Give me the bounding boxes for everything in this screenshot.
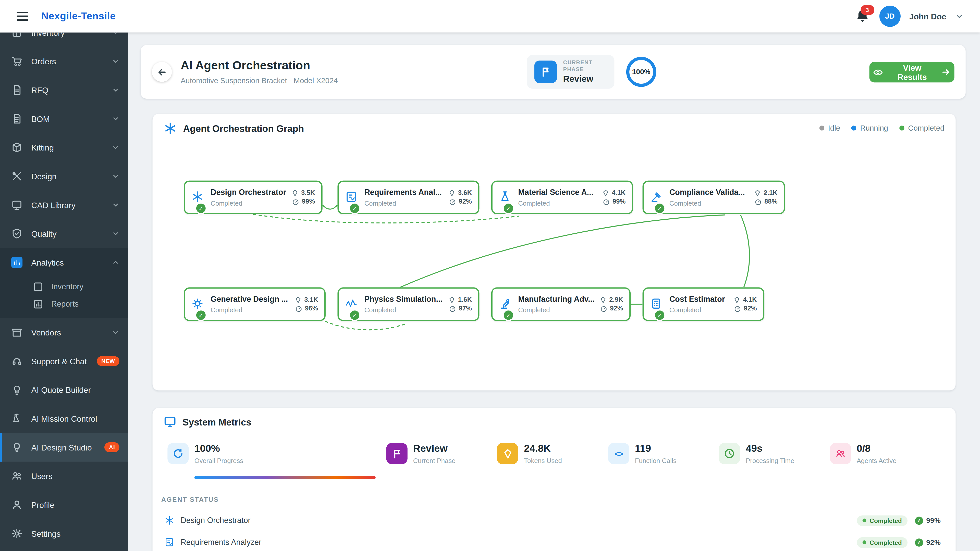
gear-icon	[11, 528, 22, 539]
chevron-down-icon	[112, 230, 119, 237]
agent-node-material-science[interactable]: ✓ Material Science A...Completed 4.1K 99…	[491, 181, 633, 214]
legend-idle: Idle	[819, 124, 840, 132]
agent-status-row[interactable]: Requirements Analyzer Completed ✓92%	[161, 533, 941, 551]
metric-current-phase: ReviewCurrent Phase	[386, 443, 497, 479]
design-studio-icon	[11, 441, 22, 453]
menu-icon[interactable]	[15, 9, 30, 24]
chevron-down-icon	[112, 172, 119, 180]
sidebar-item-ai-design-studio[interactable]: AI Design Studio AI	[0, 433, 128, 462]
gauge-icon	[603, 198, 610, 205]
check-icon: ✓	[349, 202, 361, 214]
app-root: Nexgile-Tensile 3 JD John Doe Inventory …	[0, 0, 980, 551]
agent-node-requirements-analyzer[interactable]: ✓ Requirements Anal...Completed 3.6K 92%	[337, 181, 479, 214]
sidebar-item-rfq[interactable]: RFQ	[0, 76, 128, 104]
sidebar-item-vendors[interactable]: Vendors	[0, 318, 128, 347]
chevron-down-icon	[112, 32, 119, 36]
metric-processing-time: 49sProcessing Time	[719, 443, 830, 479]
chevron-down-icon	[112, 57, 119, 65]
sidebar-subitem-inventory[interactable]: Inventory	[0, 278, 128, 295]
legend-completed: Completed	[899, 124, 944, 132]
brand-logo[interactable]: Nexgile-Tensile	[41, 11, 116, 22]
agent-node-compliance-validator[interactable]: ✓ Compliance Valida...Completed 2.1K 88%	[643, 181, 785, 214]
cart-icon	[11, 56, 22, 67]
gauge-icon	[600, 305, 608, 312]
gauge-icon	[449, 198, 456, 205]
mission-control-icon	[11, 413, 22, 424]
check-icon: ✓	[915, 538, 923, 546]
page-title: AI Agent Orchestration	[181, 59, 310, 73]
score: ✓99%	[915, 516, 940, 524]
token-icon	[448, 296, 455, 303]
sidebar-item-bom[interactable]: BOM	[0, 104, 128, 133]
new-badge: NEW	[97, 356, 119, 366]
chevron-down-icon[interactable]	[955, 12, 964, 21]
sidebar-item-settings[interactable]: Settings	[0, 519, 128, 548]
agent-node-cost-estimator[interactable]: ✓ Cost EstimatorCompleted 4.1K 92%	[643, 287, 765, 321]
robot-arm-icon: ✓	[499, 297, 512, 311]
gavel-icon: ✓	[650, 191, 664, 204]
agent-status-row[interactable]: Design Orchestrator Completed ✓99%	[161, 511, 941, 530]
agent-node-design-orchestrator[interactable]: ✓ Design OrchestratorCompleted 3.5K 99%	[184, 181, 323, 214]
sidebar-item-quality[interactable]: Quality	[0, 219, 128, 248]
chevron-down-icon	[112, 86, 119, 94]
gauge-icon	[754, 198, 762, 205]
cad-icon	[11, 199, 22, 210]
sidebar-item-inventory[interactable]: Inventory	[0, 32, 128, 47]
sidebar-item-support-chat[interactable]: Support & Chat NEW	[0, 347, 128, 375]
calculator-icon: ✓	[650, 297, 664, 311]
document-icon	[11, 84, 22, 96]
system-metrics-card: System Metrics 100%Overall Progress	[153, 408, 956, 551]
arrow-right-icon	[942, 67, 951, 77]
refresh-icon	[167, 443, 189, 464]
sidebar-item-ai-quote-builder[interactable]: AI Quote Builder	[0, 375, 128, 404]
sidebar-item-profile[interactable]: Profile	[0, 490, 128, 519]
check-icon: ✓	[503, 202, 514, 214]
graph-edges	[153, 142, 956, 390]
metrics-row: 100%Overall Progress ReviewCurrent Phase…	[167, 443, 940, 479]
clock-icon	[719, 443, 740, 464]
sidebar: Inventory Orders RFQ BOM Kitting Design	[0, 32, 128, 551]
code-icon: <>	[608, 443, 629, 464]
chevron-down-icon	[112, 144, 119, 151]
file-list-icon	[11, 113, 22, 124]
tools-icon	[11, 171, 22, 182]
progress-ring: 100%	[626, 57, 656, 87]
sidebar-item-orders[interactable]: Orders	[0, 47, 128, 76]
agent-node-physics-simulation[interactable]: ✓ Physics Simulation...Completed 1.6K 97…	[337, 287, 479, 321]
chevron-up-icon	[112, 259, 119, 266]
agent-node-generative-design[interactable]: ✓ Generative Design ...Completed 3.1K 96…	[184, 287, 326, 321]
notifications-button[interactable]: 3	[854, 8, 870, 24]
analytics-icon	[11, 257, 22, 268]
page-subtitle: Automotive Suspension Bracket - Model X2…	[181, 76, 338, 85]
avatar[interactable]: JD	[879, 6, 900, 27]
main-content: AI Agent Orchestration Automotive Suspen…	[128, 32, 980, 551]
inventory-icon	[11, 32, 22, 38]
sidebar-item-analytics[interactable]: Analytics	[0, 248, 128, 277]
sidebar-subitem-reports[interactable]: Reports	[0, 295, 128, 313]
topbar: Nexgile-Tensile 3 JD John Doe	[0, 0, 980, 32]
check-icon: ✓	[654, 309, 666, 321]
view-results-button[interactable]: View Results	[870, 62, 955, 83]
metric-tokens-used: 24.8KTokens Used	[497, 443, 608, 479]
sidebar-item-ai-mission-control[interactable]: AI Mission Control	[0, 404, 128, 433]
running-dot	[851, 125, 856, 130]
status-badge: Completed	[857, 515, 907, 526]
sidebar-item-kitting[interactable]: Kitting	[0, 133, 128, 162]
sidebar-item-users[interactable]: Users	[0, 462, 128, 491]
checklist-icon: ✓	[345, 191, 359, 204]
orchestrator-icon	[164, 515, 174, 525]
reports-icon	[32, 299, 44, 310]
metric-overall-progress: 100%Overall Progress	[167, 443, 386, 479]
generative-icon: ✓	[191, 297, 205, 311]
completed-dot	[899, 125, 904, 130]
phase-icon	[535, 61, 557, 83]
token-icon	[497, 443, 518, 464]
token-icon	[448, 189, 455, 197]
check-icon: ✓	[915, 516, 923, 524]
back-button[interactable]	[152, 62, 172, 82]
agent-node-manufacturing-advisor[interactable]: ✓ Manufacturing Adv...Completed 2.9K 92%	[491, 287, 631, 321]
checklist-icon	[164, 537, 174, 547]
sidebar-item-design[interactable]: Design	[0, 162, 128, 191]
quote-builder-icon	[11, 384, 22, 395]
sidebar-item-cad-library[interactable]: CAD Library	[0, 191, 128, 219]
